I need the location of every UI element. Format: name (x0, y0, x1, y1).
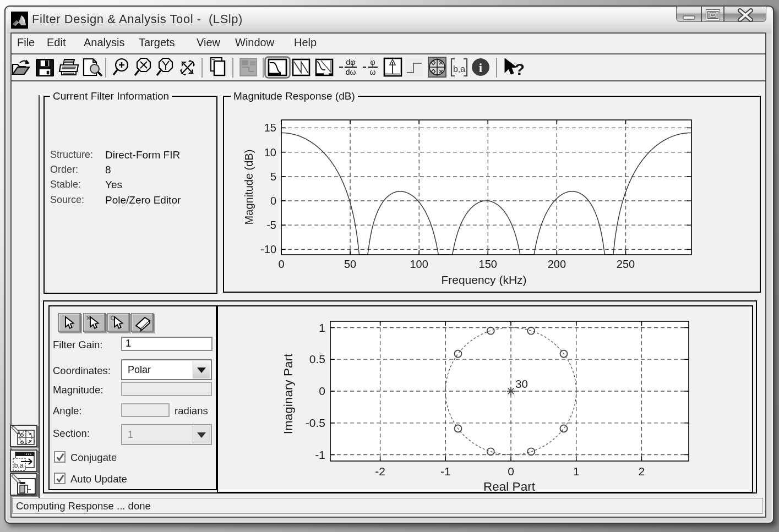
svg-text:Imaginary Part: Imaginary Part (281, 353, 295, 434)
svg-text:50: 50 (344, 258, 356, 270)
svg-text:200: 200 (548, 258, 566, 270)
svg-text:30: 30 (515, 377, 528, 390)
svg-text:Magnitude (dB): Magnitude (dB) (243, 150, 255, 225)
svg-text:dφ: dφ (346, 58, 356, 67)
svg-text:-5: -5 (266, 219, 276, 231)
svg-text:Frequency (kHz): Frequency (kHz) (441, 273, 526, 286)
svg-text:100: 100 (410, 258, 428, 270)
svg-text:b,a: b,a (14, 462, 24, 469)
svg-text:b,a: b,a (453, 64, 465, 74)
svg-text:250: 250 (617, 258, 635, 270)
svg-text:2: 2 (639, 465, 645, 478)
svg-text:?: ? (515, 60, 525, 78)
svg-text:10: 10 (264, 146, 276, 158)
svg-text:0: 0 (278, 258, 284, 270)
svg-text:150: 150 (479, 258, 497, 270)
svg-text:-0.5: -0.5 (306, 416, 325, 429)
svg-text:-10: -10 (260, 243, 276, 255)
svg-text:i: i (479, 61, 483, 75)
svg-text:0: 0 (319, 385, 325, 397)
svg-text:ω: ω (370, 68, 376, 76)
svg-text:5: 5 (270, 171, 276, 183)
svg-text:0: 0 (270, 195, 276, 207)
svg-text:-1: -1 (440, 465, 451, 478)
svg-text:0.5: 0.5 (309, 353, 325, 365)
svg-text:-1: -1 (315, 448, 325, 461)
svg-text:dω: dω (346, 68, 356, 76)
svg-text:15: 15 (264, 122, 276, 134)
svg-text:1: 1 (573, 465, 580, 478)
svg-text:0: 0 (508, 465, 514, 478)
svg-text:1: 1 (319, 321, 325, 334)
svg-text:Real Part: Real Part (483, 480, 536, 493)
svg-text:φ: φ (370, 58, 375, 67)
svg-text:-2: -2 (375, 465, 385, 478)
